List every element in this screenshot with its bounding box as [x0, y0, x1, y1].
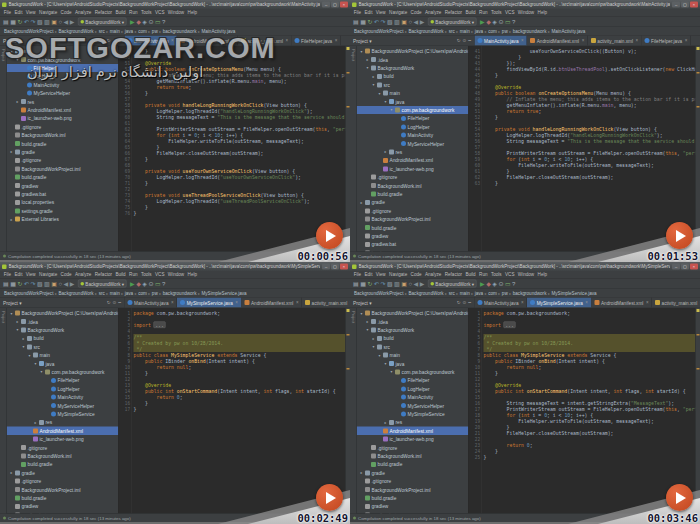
breadcrumb-item[interactable]: pw	[502, 29, 508, 34]
menu-help[interactable]: Help	[536, 10, 549, 15]
editor-tab[interactable]: activity_main.xml×	[652, 298, 700, 308]
editor-tab[interactable]: FileHelper.java×	[292, 36, 341, 46]
tree-expander-icon[interactable]: ▾	[22, 345, 26, 350]
forward-icon[interactable]: ▶	[70, 281, 75, 287]
close-tab-icon[interactable]: ×	[285, 38, 288, 43]
tree-item[interactable]: build.gradle	[357, 223, 469, 231]
project-panel-header[interactable]: Project ▾ ↻ ⊙ ━	[0, 36, 125, 46]
tree-item[interactable]: MyServiceHelper	[7, 89, 119, 97]
open-icon[interactable]: ▤	[353, 281, 359, 287]
tree-expander-icon[interactable]: ▾	[384, 361, 388, 366]
menu-edit[interactable]: Edit	[363, 10, 374, 15]
open-icon[interactable]: ▤	[353, 19, 359, 25]
menu-analyze[interactable]: Analyze	[73, 272, 93, 277]
breadcrumb-item[interactable]: BackgroundWork	[408, 291, 443, 296]
tree-item[interactable]: LogHelper	[7, 72, 119, 80]
tree-item[interactable]: .gitignore	[7, 477, 119, 485]
tree-item[interactable]: .gitignore	[357, 443, 469, 451]
tree-item[interactable]: ▾java	[357, 97, 469, 105]
menu-analyze[interactable]: Analyze	[423, 272, 443, 277]
cut-icon[interactable]: ▧	[387, 19, 393, 25]
tree-expander-icon[interactable]: ▸	[10, 471, 14, 476]
breadcrumb-item[interactable]: src	[99, 291, 105, 296]
tree-item[interactable]: ▸build	[357, 334, 469, 342]
menu-run[interactable]: Run	[477, 10, 489, 15]
code-editor[interactable]: 1234567891011121314151617 package com.pw…	[119, 308, 351, 514]
help-icon[interactable]: ?	[512, 19, 515, 25]
menu-build[interactable]: Build	[114, 10, 128, 15]
coverage-icon[interactable]: ◈	[492, 281, 497, 287]
close-tab-icon[interactable]: ×	[335, 38, 338, 43]
tree-item[interactable]: .gitignore	[7, 443, 119, 451]
tree-item[interactable]: BackgroundWork.iml	[357, 452, 469, 460]
tree-item[interactable]: ▾BackgroundWorkProject (C:\Users\pw\Andr…	[7, 309, 119, 317]
tree-item[interactable]: ▾main	[357, 89, 469, 97]
menu-vcs[interactable]: VCS	[503, 10, 516, 15]
tree-item[interactable]: MyServiceHelper	[357, 401, 469, 409]
menu-code[interactable]: Code	[59, 10, 73, 15]
run-configuration-select[interactable]: BackgroundWork ▾	[78, 18, 127, 26]
tree-item[interactable]: MainActivity	[7, 393, 119, 401]
hide-panel-icon[interactable]: ━	[118, 38, 121, 43]
tree-item[interactable]: ▾BackgroundWork	[357, 64, 469, 72]
menu-refactor[interactable]: Refactor	[443, 10, 464, 15]
tree-item[interactable]: BackgroundWorkProject.iml	[7, 165, 119, 173]
run-icon[interactable]: ▶	[130, 19, 135, 25]
tree-expander-icon[interactable]: ▾	[384, 99, 388, 104]
tree-item[interactable]: BackgroundWork.iml	[357, 181, 469, 189]
video-frame-4[interactable]: BackgroundWork - [C:\Users\pw\AndroidStu…	[350, 262, 700, 524]
tree-item[interactable]: LogHelper	[357, 385, 469, 393]
redo-icon[interactable]: ↷	[380, 19, 385, 25]
run-configuration-select[interactable]: BackgroundWork ▾	[78, 280, 127, 288]
tree-expander-icon[interactable]: ▾	[366, 66, 370, 71]
video-frame-1[interactable]: BackgroundWork - [C:\Users\pw\AndroidStu…	[0, 0, 350, 262]
tree-item[interactable]: MyServiceHelper	[7, 401, 119, 409]
tree-item[interactable]: AndroidManifest.xml	[357, 156, 469, 164]
menu-vcs[interactable]: VCS	[503, 272, 516, 277]
menu-refactor[interactable]: Refactor	[93, 272, 114, 277]
menu-build[interactable]: Build	[114, 272, 128, 277]
forward-icon[interactable]: ▶	[420, 281, 425, 287]
code-editor[interactable]: 4142434445464748495051525354555657585960…	[469, 46, 700, 252]
forward-icon[interactable]: ▶	[70, 19, 75, 25]
tree-item[interactable]: ▾BackgroundWorkProject (C:\Users\pw\Andr…	[357, 309, 469, 317]
tree-item[interactable]: build.gradle	[7, 460, 119, 468]
breadcrumb-item[interactable]: BackgroundWork	[408, 29, 443, 34]
cut-icon[interactable]: ▧	[37, 281, 43, 287]
tree-expander-icon[interactable]: ▾	[28, 353, 32, 358]
run-configuration-select[interactable]: BackgroundWork ▾	[428, 280, 477, 288]
tree-item[interactable]: build.gradle	[357, 190, 469, 198]
tree-item[interactable]: ▸build	[7, 334, 119, 342]
menu-window[interactable]: Window	[516, 10, 536, 15]
menu-vcs[interactable]: VCS	[153, 10, 166, 15]
close-tab-icon[interactable]: ×	[171, 38, 174, 43]
tree-expander-icon[interactable]: ▸	[16, 99, 20, 104]
tree-expander-icon[interactable]: ▸	[10, 217, 14, 222]
minimize-button[interactable]: –	[322, 2, 330, 8]
tree-expander-icon[interactable]: ▾	[16, 328, 20, 333]
tree-expander-icon[interactable]: ▾	[372, 345, 376, 350]
close-tab-icon[interactable]: ×	[635, 38, 638, 43]
avd-manager-icon[interactable]: ▭	[505, 281, 511, 287]
close-button[interactable]: ×	[690, 2, 698, 8]
breadcrumb-item[interactable]: MySimpleService.java	[201, 291, 246, 296]
tree-item[interactable]: ▾main	[357, 351, 469, 359]
tree-item[interactable]: ▸res	[7, 418, 119, 426]
project-tree[interactable]: ▾java▾com.pw.backgroundworkFileHelperLog…	[7, 46, 119, 252]
panel-settings-icon[interactable]: ⊙	[463, 300, 467, 305]
tree-item[interactable]: ▾java	[7, 359, 119, 367]
tool-window-stripe[interactable]: Project	[350, 46, 357, 252]
breadcrumb-item[interactable]: pw	[502, 291, 508, 296]
close-tab-icon[interactable]: ×	[585, 300, 588, 305]
breadcrumb-item[interactable]: backgroundwork	[163, 291, 197, 296]
play-button[interactable]	[316, 222, 343, 249]
tree-item[interactable]: ▾com.pw.backgroundwork	[357, 106, 469, 114]
menu-edit[interactable]: Edit	[13, 10, 24, 15]
menu-vcs[interactable]: VCS	[153, 272, 166, 277]
editor-tab[interactable]: activity_main.xml×	[238, 36, 292, 46]
tree-item[interactable]: ▾BackgroundWork	[7, 326, 119, 334]
menu-help[interactable]: Help	[536, 272, 549, 277]
tree-item[interactable]: AndroidManifest.xml	[7, 106, 119, 114]
run-icon[interactable]: ▶	[480, 19, 485, 25]
breadcrumb-item[interactable]: main	[460, 291, 470, 296]
